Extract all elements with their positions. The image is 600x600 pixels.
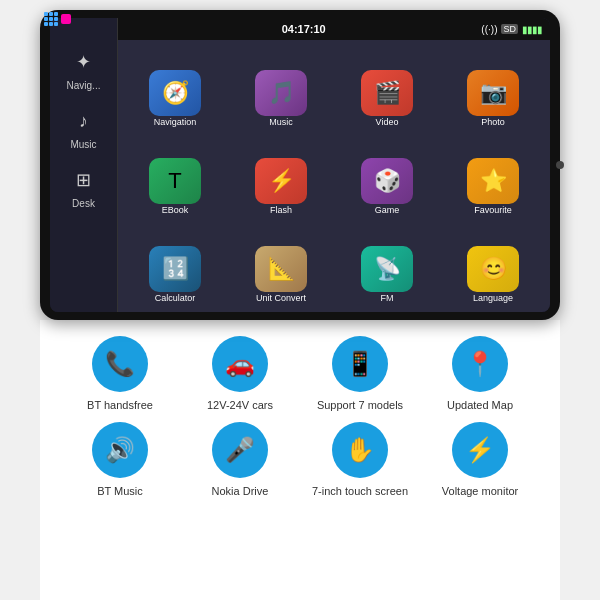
storage-icon: SD [501,24,518,34]
feature-label: Updated Map [447,398,513,412]
feature-label: Voltage monitor [442,484,518,498]
app-icon-music: 🎵 [255,70,307,116]
app-item-video[interactable]: 🎬Video [336,46,438,130]
features-section: 📞BT handsfree🚗12V-24V cars📱Support 7 mod… [40,320,560,600]
feature-label: Nokia Drive [212,484,269,498]
feature-icon: 🔊 [92,422,148,478]
app-icon-unit-convert: 📐 [255,246,307,292]
device-screen: ✦ Navig... ♪ Music ⊞ Desk 04:17:10 ((·))… [50,18,550,312]
feature-icon: ⚡ [452,422,508,478]
app-icon-photo: 📷 [467,70,519,116]
app-item-calculator[interactable]: 🔢Calculator [124,222,226,306]
app-item-fm[interactable]: 📡FM [336,222,438,306]
app-item-game[interactable]: 🎲Game [336,134,438,218]
app-item-photo[interactable]: 📷Photo [442,46,544,130]
app-icon-fm: 📡 [361,246,413,292]
app-label: Language [473,294,513,304]
feature-icon: 📍 [452,336,508,392]
features-row-2: 🔊BT Music🎤Nokia Drive✋7-inch touch scree… [60,422,540,498]
app-item-unit-convert[interactable]: 📐Unit Convert [230,222,332,306]
app-label: Music [269,118,293,128]
app-label: Photo [481,118,505,128]
feature-icon: 📞 [92,336,148,392]
main-screen: 04:17:10 ((·)) SD ▮▮▮▮ 🧭Navigation🎵Music… [118,18,550,312]
feature-item-bt-handsfree: 📞BT handsfree [60,336,180,412]
feature-item-updated-map: 📍Updated Map [420,336,540,412]
feature-label: BT Music [97,484,143,498]
feature-icon: ✋ [332,422,388,478]
feature-icon: 🎤 [212,422,268,478]
app-label: Navigation [154,118,197,128]
feature-item-support-7-models: 📱Support 7 models [300,336,420,412]
app-icon-video: 🎬 [361,70,413,116]
app-item-music[interactable]: 🎵Music [230,46,332,130]
app-item-flash[interactable]: ⚡Flash [230,134,332,218]
app-label: Video [376,118,399,128]
app-item-language[interactable]: 😊Language [442,222,544,306]
status-right: ((·)) SD ▮▮▮▮ [481,24,542,35]
app-icon-language: 😊 [467,246,519,292]
battery-icon: ▮▮▮▮ [522,24,542,35]
feature-icon: 🚗 [212,336,268,392]
feature-item-bt-music: 🔊BT Music [60,422,180,498]
app-label: Calculator [155,294,196,304]
app-label: Unit Convert [256,294,306,304]
app-icon-game: 🎲 [361,158,413,204]
music-icon: ♪ [68,105,100,137]
device: ✦ Navig... ♪ Music ⊞ Desk 04:17:10 ((·))… [40,10,560,320]
app-item-favourite[interactable]: ⭐Favourite [442,134,544,218]
side-button[interactable] [556,161,564,169]
sidebar: ✦ Navig... ♪ Music ⊞ Desk [50,18,118,312]
sidebar-item-music[interactable]: ♪ Music [68,105,100,150]
feature-item-12v-24v-cars: 🚗12V-24V cars [180,336,300,412]
feature-label: 12V-24V cars [207,398,273,412]
feature-item-7-inch-touch-screen: ✋7-inch touch screen [300,422,420,498]
desk-icon: ⊞ [68,164,100,196]
feature-item-nokia-drive: 🎤Nokia Drive [180,422,300,498]
app-icon-navigation: 🧭 [149,70,201,116]
app-label: Favourite [474,206,512,216]
features-row-1: 📞BT handsfree🚗12V-24V cars📱Support 7 mod… [60,336,540,412]
app-label: EBook [162,206,189,216]
sidebar-item-desk[interactable]: ⊞ Desk [68,164,100,209]
navig-icon: ✦ [68,46,100,78]
sidebar-item-navig[interactable]: ✦ Navig... [67,46,101,91]
app-label: FM [381,294,394,304]
app-icon-calculator: 🔢 [149,246,201,292]
feature-icon: 📱 [332,336,388,392]
app-label: Flash [270,206,292,216]
app-icon-flash: ⚡ [255,158,307,204]
feature-label: Support 7 models [317,398,403,412]
status-time: 04:17:10 [282,23,326,35]
app-icon-ebook: T [149,158,201,204]
app-item-ebook[interactable]: TEBook [124,134,226,218]
app-item-navigation[interactable]: 🧭Navigation [124,46,226,130]
app-grid: 🧭Navigation🎵Music🎬Video📷PhotoTEBook⚡Flas… [118,40,550,312]
feature-label: 7-inch touch screen [312,484,408,498]
status-bar: 04:17:10 ((·)) SD ▮▮▮▮ [118,18,550,40]
app-label: Game [375,206,400,216]
feature-item-voltage-monitor: ⚡Voltage monitor [420,422,540,498]
signal-icon: ((·)) [481,24,497,35]
app-icon-favourite: ⭐ [467,158,519,204]
feature-label: BT handsfree [87,398,153,412]
